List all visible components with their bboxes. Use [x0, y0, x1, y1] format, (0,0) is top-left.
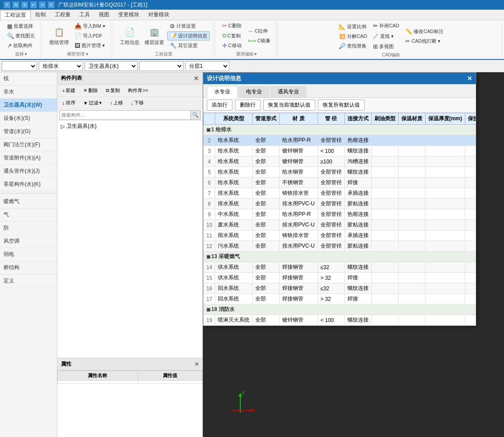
material-cell[interactable]: 排水用PVC-U: [280, 220, 317, 230]
row-num-cell[interactable]: 3: [204, 146, 215, 156]
insulation-cell[interactable]: [398, 167, 425, 178]
menu-item-engineering-settings[interactable]: 工程设置: [0, 10, 31, 20]
material-cell[interactable]: 焊接钢管: [280, 262, 317, 273]
left-item-bridge[interactable]: 桥结构: [0, 261, 57, 274]
row-num-cell[interactable]: 10: [204, 220, 215, 230]
system-type-cell[interactable]: 喷淋灭火系统: [215, 315, 253, 326]
material-cell[interactable]: 不锈钢管: [280, 178, 317, 188]
left-item-weak[interactable]: 弱电: [0, 248, 57, 261]
material-cell[interactable]: 给水用PP-R: [280, 135, 317, 146]
system-type-cell[interactable]: 排水系统: [215, 188, 253, 199]
diameter-cell[interactable]: ≤32: [317, 262, 344, 273]
redo-icon[interactable]: ↪: [39, 1, 46, 8]
thickness-cell[interactable]: [425, 167, 465, 178]
pick-component-btn[interactable]: ↗ 拾取构件: [4, 41, 37, 50]
file-icon[interactable]: F: [4, 1, 11, 8]
protection-cell[interactable]: [465, 283, 476, 294]
pipe-form-cell[interactable]: 全部: [253, 178, 280, 188]
row-num-cell[interactable]: 4: [204, 156, 215, 167]
insulation-cell[interactable]: [398, 156, 425, 167]
paint-cell[interactable]: [371, 241, 398, 252]
pipe-form-cell[interactable]: 全部: [253, 135, 280, 146]
connection-cell[interactable]: 沟槽连接: [344, 156, 371, 167]
import-pdf-btn[interactable]: 📄 导入PDF: [72, 31, 108, 41]
connection-cell[interactable]: 焊接: [344, 273, 371, 283]
modify-cad-label-btn[interactable]: 📏 修改CAD标注: [403, 27, 446, 36]
row-num-cell[interactable]: 12: [204, 241, 215, 252]
pipe-form-cell[interactable]: 全部: [253, 294, 280, 304]
left-item-air[interactable]: 风空调: [0, 235, 57, 248]
protection-cell[interactable]: [465, 262, 476, 273]
pipe-form-cell[interactable]: 全部: [253, 230, 280, 241]
sum-icon[interactable]: Σ: [48, 1, 55, 8]
diameter-cell[interactable]: > 32: [317, 294, 344, 304]
thickness-cell[interactable]: [425, 135, 465, 146]
insulation-cell[interactable]: [398, 135, 425, 146]
diameter-cell[interactable]: 全部管径: [317, 199, 344, 209]
paint-cell[interactable]: [371, 167, 398, 178]
image-manage-btn[interactable]: 🖼 图片管理 ▾: [72, 41, 108, 50]
connection-cell[interactable]: 承插连接: [344, 188, 371, 199]
new-icon[interactable]: N: [12, 1, 19, 8]
delete-row-btn[interactable]: 删除行: [235, 100, 261, 111]
pipe-form-cell[interactable]: 全部: [253, 146, 280, 156]
material-cell[interactable]: 镀锌钢管: [280, 156, 317, 167]
protection-cell[interactable]: [465, 156, 476, 167]
toolbar-select-type[interactable]: [139, 61, 183, 71]
left-item-pipe-accessory[interactable]: 管道附件(水)(A): [0, 152, 57, 165]
other-settings-btn[interactable]: 🔧 其它设置: [167, 41, 210, 50]
insulation-cell[interactable]: [398, 241, 425, 252]
pipe-form-cell[interactable]: 全部: [253, 241, 280, 252]
connection-cell[interactable]: 螺纹连接: [344, 262, 371, 273]
system-type-cell[interactable]: 回水系统: [215, 283, 253, 294]
connection-cell[interactable]: 焊接: [344, 178, 371, 188]
material-cell[interactable]: 铸铁排水管: [280, 188, 317, 199]
undo-icon[interactable]: ↩: [30, 1, 37, 8]
pipe-form-cell[interactable]: 全部: [253, 273, 280, 283]
multiview-btn[interactable]: ⊞ 多视图: [370, 42, 402, 51]
connection-cell[interactable]: 热熔连接: [344, 135, 371, 146]
line-btn[interactable]: ／ 直线 ▾: [370, 31, 402, 41]
protection-cell[interactable]: [465, 315, 476, 326]
material-cell[interactable]: 铸铁排水管: [280, 230, 317, 241]
diameter-cell[interactable]: 全部管径: [317, 241, 344, 252]
row-num-cell[interactable]: 2: [204, 135, 215, 146]
thickness-cell[interactable]: [425, 262, 465, 273]
left-item-misc[interactable]: 零星构件(水)(K): [0, 178, 57, 191]
insulation-cell[interactable]: [398, 230, 425, 241]
row-num-cell[interactable]: 16: [204, 283, 215, 294]
insulation-cell[interactable]: [398, 283, 425, 294]
paint-cell[interactable]: [371, 199, 398, 209]
diameter-cell[interactable]: < 100: [317, 146, 344, 156]
menu-item-draw[interactable]: 绘制: [31, 10, 50, 19]
thickness-cell[interactable]: [425, 241, 465, 252]
pipe-form-cell[interactable]: 全部: [253, 188, 280, 199]
move-down-btn[interactable]: ↓ 下移: [128, 98, 147, 107]
paint-cell[interactable]: [371, 188, 398, 199]
material-cell[interactable]: 排水用PVC-U: [280, 199, 317, 209]
search-button[interactable]: 🔍: [191, 110, 201, 120]
diameter-cell[interactable]: 全部管径: [317, 220, 344, 230]
protection-cell[interactable]: [465, 167, 476, 178]
pipe-form-cell[interactable]: 全部: [253, 220, 280, 230]
import-bim-btn[interactable]: 📥 导入BIM ▾: [72, 22, 108, 31]
save-icon[interactable]: S: [21, 1, 28, 8]
diameter-cell[interactable]: 全部管径: [317, 209, 344, 220]
c-move-btn[interactable]: ✛ C移动: [220, 41, 244, 50]
floor-settings-btn[interactable]: 🏢 楼层设置: [142, 25, 166, 47]
protection-cell[interactable]: [465, 273, 476, 283]
material-cell[interactable]: 镀锌钢管: [280, 315, 317, 326]
tab-electric[interactable]: 电专业: [239, 86, 269, 97]
menu-item-change[interactable]: 变更模块: [114, 10, 144, 19]
material-cell[interactable]: 排水用PVC-U: [280, 241, 317, 252]
connection-cell[interactable]: 热熔连接: [344, 209, 371, 220]
connection-cell[interactable]: 胶粘连接: [344, 199, 371, 209]
left-item-equipment[interactable]: 设备(水)(S): [0, 112, 57, 125]
left-item-sanitary[interactable]: 卫生器具(水)(W): [0, 99, 57, 112]
paint-cell[interactable]: [371, 178, 398, 188]
diameter-cell[interactable]: 全部管径: [317, 135, 344, 146]
dialog-close-btn[interactable]: ✕: [467, 75, 472, 82]
system-type-cell[interactable]: 废水系统: [215, 220, 253, 230]
thickness-cell[interactable]: [425, 178, 465, 188]
protection-cell[interactable]: [465, 230, 476, 241]
